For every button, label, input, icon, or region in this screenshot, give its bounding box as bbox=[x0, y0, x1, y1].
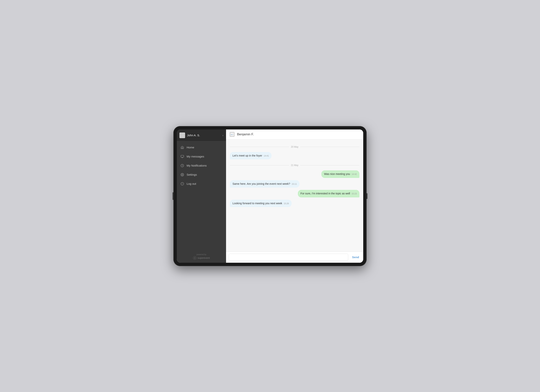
sidebar-item-notifications[interactable]: My Notifications bbox=[177, 161, 226, 170]
date-divider-20may: 20 May bbox=[230, 146, 360, 148]
sidebar-item-messages[interactable]: My messages bbox=[177, 152, 226, 161]
user-header[interactable]: John A. S. › bbox=[177, 129, 226, 141]
side-button-right bbox=[366, 193, 367, 199]
sidebar-item-settings[interactable]: Settings bbox=[177, 170, 226, 179]
brand-icon bbox=[193, 256, 196, 260]
brand-name: superevent bbox=[180, 256, 223, 260]
date-divider-21may: 21 May bbox=[230, 164, 360, 167]
message-time: 15:11 bbox=[292, 183, 297, 186]
sidebar: John A. S. › Home bbox=[177, 129, 226, 263]
message-row: Let's meet up in the foyer 14:41 bbox=[230, 152, 360, 160]
svg-rect-0 bbox=[181, 155, 184, 157]
settings-icon bbox=[180, 173, 184, 177]
avatar bbox=[180, 132, 185, 138]
message-row: For sure, I'm interested in the topic as… bbox=[230, 190, 360, 197]
date-label-21may: 21 May bbox=[291, 164, 298, 167]
divider-line bbox=[230, 147, 289, 147]
chat-contact-name: Benjamin F. bbox=[237, 132, 254, 136]
sidebar-item-logout[interactable]: Log out bbox=[177, 179, 226, 188]
tablet-screen: John A. S. › Home bbox=[177, 129, 363, 263]
sidebar-item-home-label: Home bbox=[187, 146, 194, 149]
message-text: Let's meet up in the foyer bbox=[232, 154, 262, 158]
side-button-left bbox=[173, 192, 173, 200]
message-time: 15:23 bbox=[351, 192, 357, 195]
chat-header: ← Benjamin F. bbox=[226, 129, 363, 139]
chat-panel: ← Benjamin F. 20 May Let's meet up in th… bbox=[226, 129, 363, 263]
message-text: Same here. Are you joining the event nex… bbox=[232, 182, 290, 186]
sidebar-item-notifications-label: My Notifications bbox=[187, 164, 207, 167]
user-name: John A. S. bbox=[187, 134, 222, 137]
message-text: Was nice meeting you bbox=[324, 172, 350, 176]
message-bubble: Let's meet up in the foyer 14:41 bbox=[230, 152, 271, 160]
message-time: 15:26 bbox=[284, 202, 289, 205]
message-bubble: Looking forward to meeting you next week… bbox=[230, 200, 292, 207]
message-bubble: Same here. Are you joining the event nex… bbox=[230, 180, 300, 188]
message-time: 14:42 bbox=[351, 173, 357, 176]
sidebar-item-settings-label: Settings bbox=[187, 173, 197, 176]
svg-point-2 bbox=[182, 174, 183, 175]
send-button[interactable]: Send bbox=[350, 254, 360, 260]
chat-input[interactable] bbox=[229, 254, 348, 261]
messages-icon bbox=[180, 154, 184, 159]
chevron-right-icon: › bbox=[222, 134, 223, 137]
sidebar-footer: powered by superevent bbox=[177, 250, 226, 263]
nav-menu: Home My messages bbox=[177, 141, 226, 250]
message-bubble: Was nice meeting you 14:42 bbox=[321, 170, 360, 178]
sidebar-item-logout-label: Log out bbox=[187, 182, 196, 185]
logout-icon bbox=[180, 182, 184, 186]
message-row: Was nice meeting you 14:42 bbox=[230, 170, 360, 178]
tablet-frame: John A. S. › Home bbox=[173, 126, 367, 266]
brand-label: superevent bbox=[198, 256, 210, 259]
message-text: For sure, I'm interested in the topic as… bbox=[300, 192, 350, 196]
divider-line bbox=[300, 147, 360, 147]
sidebar-item-home[interactable]: Home bbox=[177, 143, 226, 152]
date-label-20may: 20 May bbox=[291, 146, 298, 148]
message-bubble: For sure, I'm interested in the topic as… bbox=[298, 190, 360, 197]
notifications-icon bbox=[180, 164, 184, 168]
message-row: Same here. Are you joining the event nex… bbox=[230, 180, 360, 188]
home-icon bbox=[180, 145, 184, 150]
message-row: Looking forward to meeting you next week… bbox=[230, 200, 360, 207]
powered-by-label: powered by bbox=[180, 254, 223, 255]
chat-input-area: Send bbox=[226, 252, 363, 263]
back-button[interactable]: ← bbox=[230, 132, 234, 137]
sidebar-item-messages-label: My messages bbox=[187, 155, 204, 158]
chat-messages: 20 May Let's meet up in the foyer 14:41 … bbox=[226, 139, 363, 252]
message-time: 14:41 bbox=[264, 154, 269, 157]
message-text: Looking forward to meeting you next week bbox=[232, 201, 282, 205]
